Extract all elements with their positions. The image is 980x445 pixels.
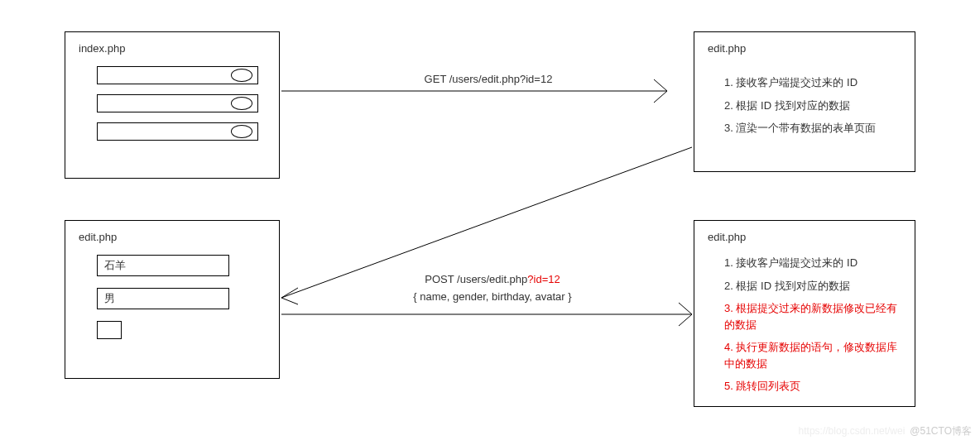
step-item: 2. 根据 ID 找到对应的数据 <box>724 98 901 114</box>
step-item: 3. 渲染一个带有数据的表单页面 <box>724 120 901 136</box>
list-item <box>97 66 258 84</box>
form-name-field: 石羊 <box>97 255 229 276</box>
box-edit-form: edit.php 石羊 男 <box>65 220 280 379</box>
step-item: 1. 接收客户端提交过来的 ID <box>724 74 901 91</box>
ellipsis-icon <box>231 125 252 138</box>
step-item: 4. 执行更新数据的语句，修改数据库中的数据 <box>724 339 901 371</box>
watermark-faded: https://blog.csdn.net/wei <box>799 425 906 437</box>
step-item: 2. 根据 ID 找到对应的数据 <box>724 278 901 294</box>
box-index-title: index.php <box>79 42 266 55</box>
form-gender-field: 男 <box>97 288 229 309</box>
list-item <box>97 122 258 141</box>
arrow-post-label: POST /users/edit.php?id=12 { name, gende… <box>381 273 604 303</box>
ellipsis-icon <box>231 69 252 82</box>
form-gender-value: 男 <box>104 291 115 306</box>
box-edit-form-title: edit.php <box>79 231 266 243</box>
watermark: https://blog.csdn.net/wei@51CTO博客 <box>799 424 972 438</box>
edit-get-steps: 1. 接收客户端提交过来的 ID 2. 根据 ID 找到对应的数据 3. 渲染一… <box>708 66 901 136</box>
form-submit-button <box>97 321 122 339</box>
arrow-post-suffix: ?id=12 <box>527 273 560 285</box>
box-edit-post: edit.php 1. 接收客户端提交过来的 ID 2. 根据 ID 找到对应的… <box>694 220 915 407</box>
watermark-text: @51CTO博客 <box>910 425 972 437</box>
arrow-post-line1: POST /users/edit.php?id=12 <box>381 273 604 285</box>
box-edit-get: edit.php 1. 接收客户端提交过来的 ID 2. 根据 ID 找到对应的… <box>694 31 915 172</box>
step-item: 3. 根据提交过来的新数据修改已经有的数据 <box>724 300 901 333</box>
arrow-post-body: { name, gender, birthday, avatar } <box>381 290 604 303</box>
arrow-get-text: GET /users/edit.php?id=12 <box>425 73 553 85</box>
arrow-get-label: GET /users/edit.php?id=12 <box>381 73 596 85</box>
arrow-post-prefix: POST /users/edit.php <box>425 273 527 285</box>
step-item: 1. 接收客户端提交过来的 ID <box>724 255 901 271</box>
box-edit-get-title: edit.php <box>708 42 901 55</box>
step-item: 5. 跳转回列表页 <box>724 378 901 395</box>
box-edit-post-title: edit.php <box>708 231 901 243</box>
list-item <box>97 94 258 112</box>
ellipsis-icon <box>231 97 252 110</box>
form-name-value: 石羊 <box>104 258 126 273</box>
box-index-php: index.php <box>65 31 280 179</box>
edit-post-steps: 1. 接收客户端提交过来的 ID 2. 根据 ID 找到对应的数据 3. 根据提… <box>708 255 901 395</box>
